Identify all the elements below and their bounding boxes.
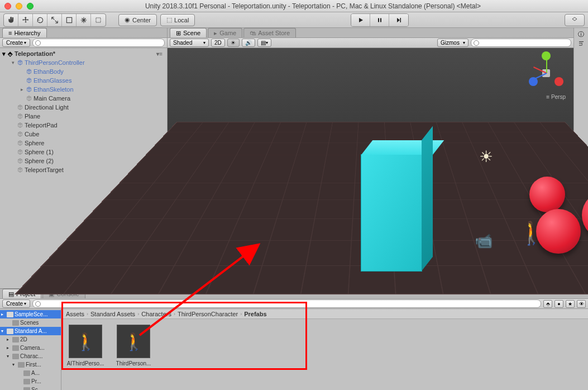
breadcrumb-item[interactable]: Assets [66,311,84,317]
gameobject-icon [17,122,23,129]
scene-viewport[interactable]: ☀ 📹 🚶 ≡ Persp [168,48,573,288]
game-tab[interactable]: ▸Game [208,28,242,37]
expand-arrow-icon: ▸ [1,312,6,317]
cube-object[interactable] [361,154,422,272]
scene-search-input[interactable] [471,39,571,47]
pivot-center-button[interactable]: ◉Center [118,14,157,26]
folder-label: A... [31,370,40,376]
hierarchy-create-button[interactable]: Create▾ [2,39,30,47]
folder-icon [18,362,25,368]
hierarchy-search-input[interactable] [32,39,165,47]
folder-item[interactable]: ▸2D [0,335,61,344]
hierarchy-item[interactable]: TeleportPad [0,121,167,130]
2d-toggle[interactable]: 2D [211,39,225,47]
rect-tool[interactable] [62,14,77,26]
hierarchy-item[interactable]: Main Camera [0,94,167,103]
hierarchy-item[interactable]: Sphere (1) [0,148,167,156]
audio-toggle[interactable]: 🔊 [242,39,255,47]
folder-item[interactable]: ▾First... [0,360,61,369]
character-object[interactable]: 🚶 [522,220,541,246]
breadcrumb-item[interactable]: Characters [141,311,171,317]
transform-tool[interactable] [77,14,91,26]
svg-rect-3 [378,18,379,22]
chevron-down-icon: ▾ [2,50,6,58]
project-create-button[interactable]: Create▾ [2,299,30,308]
rotate-tool[interactable] [33,14,47,26]
search-filter-star-icon[interactable]: ★ [566,300,575,308]
minimize-window-button[interactable] [16,3,22,9]
hierarchy-item[interactable]: Directional Light [0,103,167,112]
folder-icon [23,379,30,384]
shading-mode-dropdown[interactable]: Shaded▾ [170,39,209,47]
move-tool[interactable] [18,14,33,26]
hierarchy-item[interactable]: Sphere [0,139,167,148]
light-gizmo-icon[interactable]: ☀ [479,148,493,166]
hierarchy-item[interactable]: ▸EthanSkeleton [0,85,167,94]
folder-item[interactable]: ▸SampleSce... [0,310,61,318]
scene-tab[interactable]: ⊞Scene [170,28,207,37]
hierarchy-item[interactable]: EthanGlasses [0,76,167,85]
chevron-down-icon: ▾ [463,40,465,45]
chevron-right-icon: › [174,311,175,317]
svg-rect-1 [96,17,101,22]
folder-item[interactable]: ▸Camera... [0,344,61,352]
fx-toggle[interactable]: ▤▾ [257,39,271,47]
folder-label: First... [26,362,41,368]
camera-gizmo-icon[interactable]: 📹 [475,232,493,250]
asset-store-tab[interactable]: 🛍Asset Store [243,28,296,37]
expand-arrow-icon: ▸ [7,337,11,342]
scale-tool[interactable] [47,14,62,26]
folder-item[interactable]: Scenes [0,318,61,327]
asset-label: ThirdPerson... [116,360,151,367]
projection-label[interactable]: ≡ Persp [546,94,566,100]
lighting-toggle[interactable]: ☀ [227,39,240,47]
gameobject-icon [17,131,23,137]
pivot-local-button[interactable]: ⬚Local [160,14,195,26]
hierarchy-tab[interactable]: ≡Hierarchy [2,28,47,37]
step-button[interactable] [389,14,408,26]
custom-tool[interactable] [91,14,106,26]
gameobject-icon [26,77,32,84]
local-icon: ⬚ [166,16,172,23]
orientation-gizmo[interactable] [527,54,566,93]
hierarchy-item[interactable]: Plane [0,112,167,121]
folder-item[interactable]: Pr... [0,377,61,386]
search-filter-asset-icon[interactable]: ⬘ [543,300,552,308]
folder-item[interactable]: A... [0,369,61,377]
hierarchy-item[interactable]: ▾ThirdPersonController [0,58,167,67]
hierarchy-item-label: Cube [25,131,39,137]
asset-grid: 🚶AIThirdPerso...🚶ThirdPerson... [61,319,588,372]
hierarchy-item[interactable]: Cube [0,130,167,139]
hidden-packages-icon[interactable]: 👁 [577,300,586,308]
breadcrumb-item[interactable]: Prefabs [244,311,266,317]
fx-icon: ▤ [261,40,266,46]
breadcrumb-item[interactable]: Standard Assets [90,311,135,317]
folder-icon [7,312,13,317]
gizmos-dropdown[interactable]: Gizmos▾ [437,39,469,47]
scene-icon: ⊞ [176,30,181,37]
sun-icon: ☀ [231,40,236,46]
folder-item[interactable]: Sc... [0,386,61,390]
scene-header[interactable]: ▾ ⬘ Teleportation* ▾≡ [0,49,167,58]
folder-label: 2D [20,336,27,343]
pause-button[interactable] [370,14,389,26]
scene-menu-icon[interactable]: ▾≡ [156,51,165,57]
maximize-window-button[interactable] [27,3,34,9]
expand-arrow-icon [18,370,22,375]
search-filter-type-icon[interactable]: ● [554,300,563,308]
folder-item[interactable]: ▾Charac... [0,352,61,360]
folder-item[interactable]: ▾Standard A... [0,327,61,335]
close-window-button[interactable] [4,3,11,9]
prefab-asset[interactable]: 🚶ThirdPerson... [114,325,153,367]
breadcrumb-item[interactable]: ThirdPersonCharacter [178,311,238,317]
collab-button[interactable] [565,14,585,26]
hierarchy-item[interactable]: EthanBody [0,67,167,76]
hand-tool[interactable] [4,14,18,26]
prefab-asset[interactable]: 🚶AIThirdPerso... [66,325,105,367]
hierarchy-item-label: Main Camera [34,95,70,102]
breadcrumb: Assets›Standard Assets›Characters›ThirdP… [61,309,588,319]
project-search-input[interactable] [32,299,541,308]
play-button[interactable] [351,14,370,26]
sphere-object[interactable] [536,209,581,254]
sphere-object[interactable] [529,177,565,212]
